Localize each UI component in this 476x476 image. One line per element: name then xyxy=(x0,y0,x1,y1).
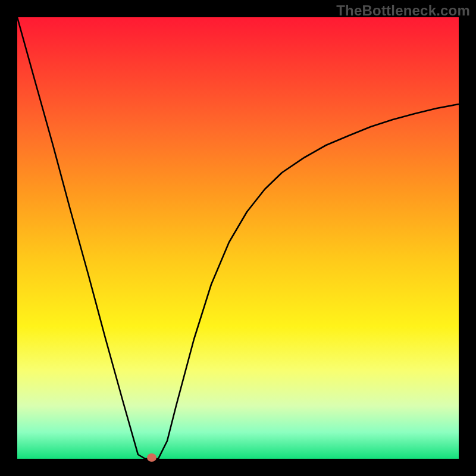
curve-layer xyxy=(17,17,459,459)
watermark-label: TheBottleneck.com xyxy=(336,2,470,19)
minimum-marker xyxy=(147,453,156,462)
chart-frame: TheBottleneck.com xyxy=(0,0,476,476)
plot-outer xyxy=(17,17,459,459)
bottleneck-curve xyxy=(17,17,459,459)
